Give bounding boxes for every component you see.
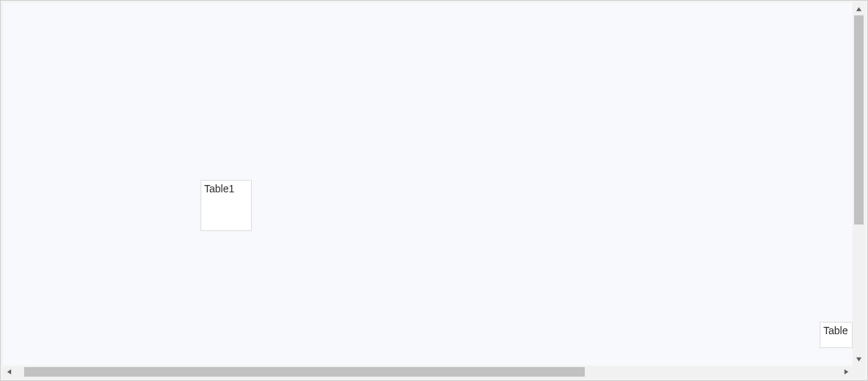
canvas-inner: Table1 Table: [3, 3, 853, 366]
scroll-corner: [853, 366, 865, 378]
svg-marker-3: [845, 369, 848, 374]
svg-marker-2: [7, 369, 11, 374]
horizontal-scrollbar[interactable]: [3, 366, 853, 378]
vertical-scrollbar[interactable]: [853, 3, 865, 366]
scroll-up-arrow-icon[interactable]: [853, 3, 865, 15]
horizontal-scroll-track[interactable]: [15, 366, 840, 378]
table-node-table2[interactable]: Table: [820, 322, 853, 348]
relationship-canvas[interactable]: Table1 Table: [3, 3, 853, 366]
viewport-wrapper: Table1 Table: [3, 3, 865, 378]
svg-marker-0: [856, 7, 861, 11]
svg-marker-1: [856, 358, 861, 361]
diagram-frame: Table1 Table: [0, 0, 868, 381]
table-node-label: Table: [823, 325, 848, 336]
horizontal-scroll-thumb[interactable]: [24, 367, 585, 377]
vertical-scroll-thumb[interactable]: [854, 15, 864, 225]
scroll-down-arrow-icon[interactable]: [853, 353, 865, 366]
table-node-label: Table1: [204, 183, 234, 195]
scroll-right-arrow-icon[interactable]: [840, 366, 853, 378]
table-node-table1[interactable]: Table1: [201, 180, 252, 231]
vertical-scroll-track[interactable]: [853, 15, 865, 353]
scroll-left-arrow-icon[interactable]: [3, 366, 15, 378]
